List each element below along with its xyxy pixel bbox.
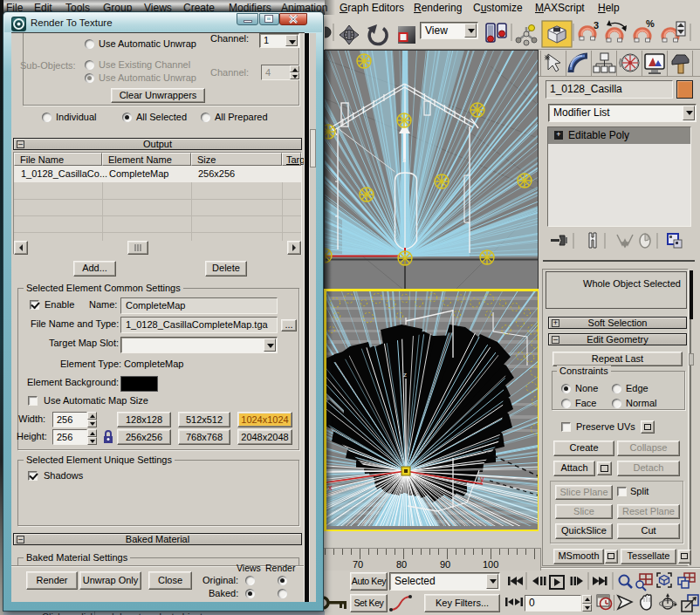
svg-text:z: z bbox=[402, 156, 406, 164]
svg-text:%: % bbox=[646, 18, 655, 29]
svg-text:z: z bbox=[403, 371, 407, 379]
svg-text:y: y bbox=[480, 475, 484, 483]
svg-text:3: 3 bbox=[594, 20, 599, 31]
